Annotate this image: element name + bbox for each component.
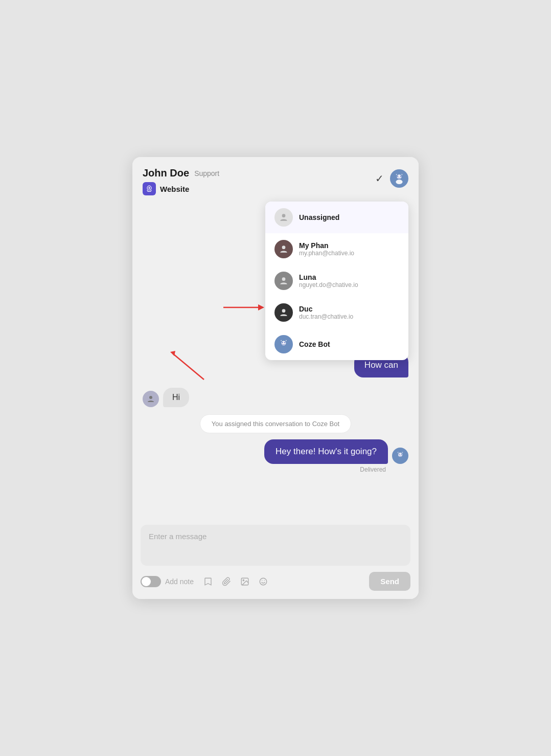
svg-point-20: [401, 454, 402, 455]
bot-message-bubble: Hey there! How's it going?: [264, 439, 388, 464]
dropdown-item-unassigned[interactable]: Unassigned: [265, 202, 408, 233]
assigned-agent-avatar[interactable]: [390, 169, 408, 188]
arrow-to-coze-bot: [223, 303, 264, 312]
svg-point-4: [397, 176, 398, 177]
delivered-status: Delivered: [143, 466, 386, 473]
chat-body: Unassigned My Phan my.phan@chative.io: [132, 202, 419, 519]
user-avatar: [143, 391, 159, 407]
luna-text: Luna nguyet.do@chative.io: [299, 273, 358, 288]
message-input[interactable]: Enter a message: [141, 525, 410, 566]
duc-avatar: [274, 303, 293, 322]
header-right: ✓: [375, 169, 408, 188]
send-button[interactable]: Send: [369, 572, 410, 591]
luna-avatar: [274, 272, 293, 290]
input-toolbar: Add note: [141, 572, 410, 591]
toggle-knob: [142, 577, 151, 586]
coze-bot-avatar: [274, 335, 293, 353]
my-phan-text: My Phan my.phan@chative.io: [299, 241, 354, 257]
system-message: You assigned this conversation to Coze B…: [143, 414, 408, 433]
svg-point-6: [282, 214, 286, 217]
attachment-icon[interactable]: [218, 573, 235, 590]
svg-point-8: [282, 277, 286, 281]
dropdown-item-coze-bot[interactable]: Coze Bot: [265, 328, 408, 360]
dropdown-item-luna[interactable]: Luna nguyet.do@chative.io: [265, 265, 408, 297]
bookmark-icon[interactable]: [200, 573, 216, 590]
bot-message-avatar: [392, 448, 408, 464]
svg-point-23: [260, 578, 267, 585]
add-note-toggle-wrapper: Add note: [141, 576, 194, 587]
message-bot-outgoing: Hey there! How's it going?: [143, 439, 408, 464]
svg-point-1: [148, 187, 150, 189]
svg-line-16: [173, 354, 204, 380]
assignee-dropdown: Unassigned My Phan my.phan@chative.io: [265, 202, 408, 360]
svg-point-15: [149, 396, 152, 399]
coze-bot-text: Coze Bot: [299, 340, 330, 348]
header-left: John Doe Support Website: [143, 167, 219, 195]
dropdown-item-my-phan[interactable]: My Phan my.phan@chative.io: [265, 233, 408, 265]
chat-header: John Doe Support Website ✓: [132, 157, 419, 202]
svg-point-12: [284, 342, 285, 343]
system-text-content: You assigned this conversation to Coze B…: [200, 414, 351, 433]
hi-bubble: Hi: [163, 388, 189, 407]
source-channel-icon: [143, 182, 156, 195]
chat-container: John Doe Support Website ✓: [132, 157, 419, 599]
svg-point-3: [396, 180, 402, 184]
header-title-row: John Doe Support: [143, 167, 219, 179]
svg-point-11: [282, 342, 283, 343]
arrow-to-system: [163, 349, 214, 387]
source-label: Website: [160, 185, 189, 193]
message-hi: Hi: [143, 388, 408, 407]
unassigned-text: Unassigned: [299, 213, 339, 221]
contact-name: John Doe: [143, 167, 189, 179]
svg-point-9: [282, 309, 286, 313]
add-note-toggle[interactable]: [141, 576, 161, 587]
header-source-row: Website: [143, 182, 219, 195]
svg-marker-14: [258, 304, 264, 310]
emoji-icon[interactable]: [255, 573, 271, 590]
svg-point-7: [282, 246, 286, 249]
svg-point-5: [400, 176, 401, 177]
svg-point-19: [399, 454, 400, 455]
dropdown-item-duc[interactable]: Duc duc.tran@chative.io: [265, 297, 408, 328]
image-icon[interactable]: [237, 573, 253, 590]
svg-point-22: [243, 580, 244, 581]
input-placeholder: Enter a message: [149, 532, 206, 541]
my-phan-avatar: [274, 240, 293, 258]
unassigned-avatar: [274, 208, 293, 227]
resolve-icon[interactable]: ✓: [375, 172, 384, 185]
input-area: Enter a message Add note: [132, 519, 419, 599]
duc-text: Duc duc.tran@chative.io: [299, 305, 353, 320]
add-note-label: Add note: [165, 577, 194, 586]
conversation-tag: Support: [194, 169, 219, 177]
